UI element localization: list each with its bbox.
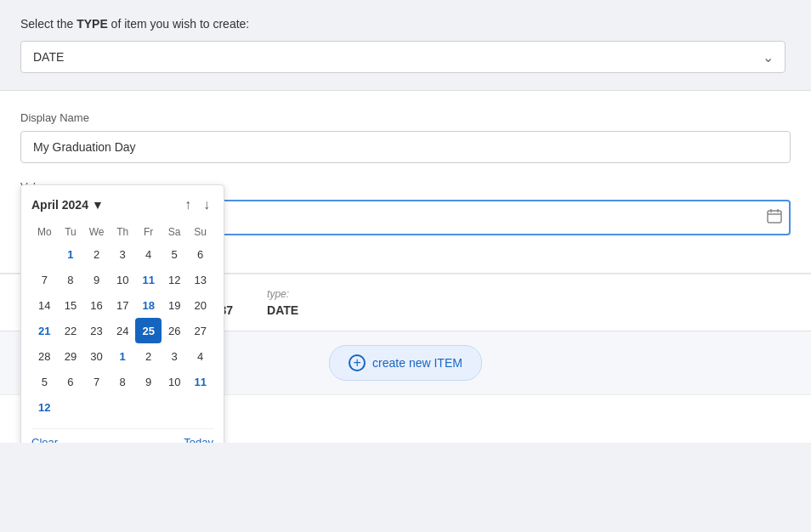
calendar-days-header: Mo Tu We Th Fr Sa Su: [31, 223, 213, 241]
display-name-input[interactable]: [20, 131, 791, 163]
list-item[interactable]: [58, 394, 83, 420]
list-item[interactable]: 5: [162, 241, 188, 267]
list-item[interactable]: 28: [31, 343, 58, 369]
day-header-mo: Mo: [31, 223, 58, 241]
list-item[interactable]: 3: [110, 241, 135, 267]
meta-type: type: DATE: [267, 288, 298, 317]
list-item[interactable]: 19: [162, 292, 188, 318]
day-header-sa: Sa: [162, 223, 188, 241]
list-item[interactable]: 24: [110, 318, 135, 343]
type-label: type:: [267, 288, 298, 300]
list-item[interactable]: 30: [83, 343, 110, 369]
list-item[interactable]: 1: [58, 241, 83, 267]
calendar-today-button[interactable]: Today: [184, 436, 213, 443]
list-item[interactable]: 10: [162, 369, 188, 394]
list-item[interactable]: 21: [31, 318, 58, 343]
list-item[interactable]: 9: [135, 369, 161, 394]
list-item[interactable]: [135, 394, 161, 420]
list-item[interactable]: 4: [135, 241, 161, 267]
table-row: 21 22 23 24 25 26 27: [31, 318, 213, 343]
plus-circle-icon: +: [349, 354, 366, 371]
list-item[interactable]: 6: [58, 369, 83, 394]
list-item[interactable]: 5: [31, 369, 58, 394]
list-item[interactable]: 12: [31, 394, 58, 420]
calendar-icon[interactable]: [767, 208, 782, 227]
table-row: 12: [31, 394, 213, 420]
list-item[interactable]: 17: [110, 292, 135, 318]
table-row: 7 8 9 10 11 12 13: [31, 267, 213, 292]
calendar-grid: Mo Tu We Th Fr Sa Su 1 2 3 4 5 6: [31, 223, 213, 420]
calendar-clear-button[interactable]: Clear: [31, 436, 58, 443]
day-header-tu: Tu: [58, 223, 83, 241]
list-item[interactable]: 23: [83, 318, 110, 343]
calendar-body: 1 2 3 4 5 6 7 8 9 10 11 12 13 14: [31, 241, 213, 420]
list-item[interactable]: 12: [162, 267, 188, 292]
list-item[interactable]: 13: [187, 267, 213, 292]
create-button-label: create new ITEM: [372, 356, 462, 370]
svg-rect-0: [768, 211, 781, 223]
list-item[interactable]: 8: [110, 369, 135, 394]
list-item[interactable]: 16: [83, 292, 110, 318]
list-item[interactable]: [162, 394, 188, 420]
list-item[interactable]: 18: [135, 292, 161, 318]
list-item[interactable]: 2: [83, 241, 110, 267]
list-item[interactable]: 29: [58, 343, 83, 369]
display-name-group: Display Name: [20, 111, 791, 163]
list-item[interactable]: 8: [58, 267, 83, 292]
list-item[interactable]: 11: [187, 369, 213, 394]
calendar-next-button[interactable]: ↓: [200, 195, 213, 214]
table-row: 14 15 16 17 18 19 20: [31, 292, 213, 318]
list-item[interactable]: 14: [31, 292, 58, 318]
list-item[interactable]: 3: [162, 343, 188, 369]
list-item[interactable]: 22: [58, 318, 83, 343]
day-header-su: Su: [187, 223, 213, 241]
list-item[interactable]: [187, 394, 213, 420]
list-item[interactable]: [110, 394, 135, 420]
list-item[interactable]: 15: [58, 292, 83, 318]
create-new-item-button[interactable]: + create new ITEM: [329, 345, 482, 381]
calendar-footer: Clear Today: [31, 428, 213, 443]
list-item[interactable]: 4: [187, 343, 213, 369]
list-item[interactable]: 2: [135, 343, 161, 369]
calendar-popup: April 2024 ▼ ↑ ↓ Mo Tu We Th Fr Sa Su: [20, 184, 224, 443]
list-item[interactable]: 26: [162, 318, 188, 343]
list-item[interactable]: [83, 394, 110, 420]
list-item[interactable]: 1: [110, 343, 135, 369]
table-row: 1 2 3 4 5 6: [31, 241, 213, 267]
top-section: Select the TYPE of item you wish to crea…: [0, 0, 811, 90]
display-name-label: Display Name: [20, 111, 791, 124]
list-item[interactable]: 27: [187, 318, 213, 343]
type-select[interactable]: DATE TEXT NUMBER BOOLEAN: [20, 41, 785, 73]
list-item[interactable]: 6: [187, 241, 213, 267]
month-chevron-icon: ▼: [92, 198, 104, 212]
day-header-we: We: [83, 223, 110, 241]
select-type-label: Select the TYPE of item you wish to crea…: [20, 17, 791, 31]
month-text: April 2024: [31, 198, 88, 212]
day-header-th: Th: [110, 223, 135, 241]
calendar-nav: ↑ ↓: [181, 195, 213, 214]
day-header-fr: Fr: [135, 223, 161, 241]
type-select-wrapper: DATE TEXT NUMBER BOOLEAN ⌄: [20, 41, 785, 73]
calendar-header: April 2024 ▼ ↑ ↓: [31, 195, 213, 214]
type-value: DATE: [267, 303, 298, 317]
list-item[interactable]: 25: [135, 318, 161, 343]
calendar-month-label[interactable]: April 2024 ▼: [31, 198, 104, 212]
list-item[interactable]: 11: [135, 267, 161, 292]
type-keyword: TYPE: [77, 17, 108, 31]
table-row: 5 6 7 8 9 10 11: [31, 369, 213, 394]
list-item[interactable]: 9: [83, 267, 110, 292]
list-item[interactable]: 10: [110, 267, 135, 292]
list-item[interactable]: 7: [83, 369, 110, 394]
table-row: 28 29 30 1 2 3 4: [31, 343, 213, 369]
main-form-section: Display Name Value DD/MM/YYYY April 2024: [0, 90, 811, 274]
list-item[interactable]: 20: [187, 292, 213, 318]
list-item[interactable]: 7: [31, 267, 58, 292]
calendar-prev-button[interactable]: ↑: [181, 195, 195, 214]
list-item[interactable]: [31, 241, 58, 267]
